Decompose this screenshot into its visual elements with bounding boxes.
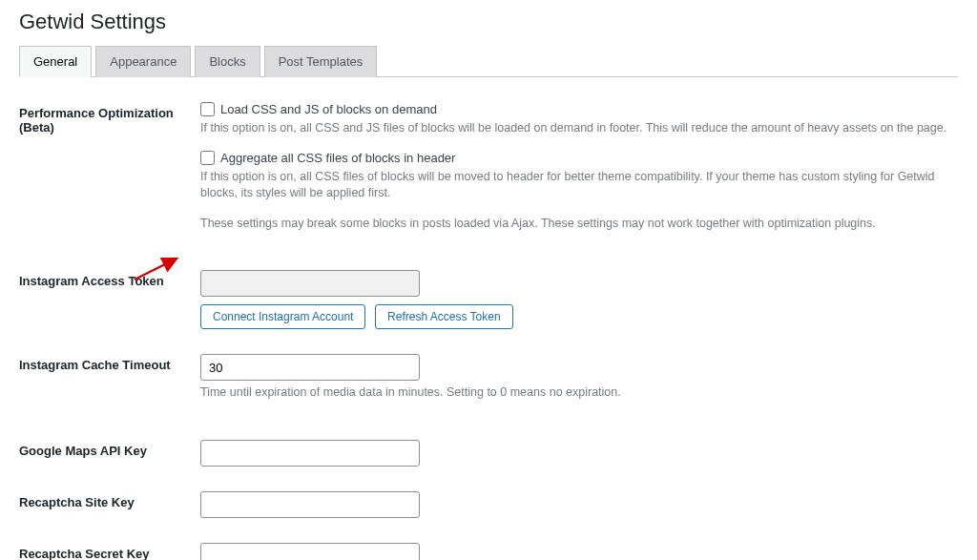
recaptcha-site-input[interactable] xyxy=(200,491,420,518)
perf-optimization-label: Performance Optimization (Beta) xyxy=(19,96,200,264)
instagram-cache-label: Instagram Cache Timeout xyxy=(19,348,200,434)
instagram-token-cell: Connect Instagram Account Refresh Access… xyxy=(200,264,958,348)
load-on-demand-desc: If this option is on, all CSS and JS fil… xyxy=(200,120,948,137)
refresh-token-button[interactable]: Refresh Access Token xyxy=(375,304,513,329)
perf-warning: These settings may break some blocks in … xyxy=(200,216,948,233)
recaptcha-site-label: Recaptcha Site Key xyxy=(19,486,200,537)
instagram-cache-input[interactable] xyxy=(200,354,420,381)
tab-post-templates[interactable]: Post Templates xyxy=(264,46,378,77)
settings-tabs: General Appearance Blocks Post Templates xyxy=(19,46,958,77)
tab-general[interactable]: General xyxy=(19,46,92,77)
tab-blocks[interactable]: Blocks xyxy=(195,46,260,77)
instagram-token-input[interactable] xyxy=(200,270,420,297)
gmaps-key-label: Google Maps API Key xyxy=(19,434,200,486)
instagram-cache-cell: Time until expiration of media data in m… xyxy=(200,348,958,434)
aggregate-css-desc: If this option is on, all CSS files of b… xyxy=(200,169,948,202)
recaptcha-secret-input[interactable] xyxy=(200,543,420,561)
aggregate-css-label: Aggregate all CSS files of blocks in hea… xyxy=(220,151,455,165)
recaptcha-secret-label: Recaptcha Secret Key xyxy=(19,537,200,561)
instagram-token-label: Instagram Access Token xyxy=(19,264,200,348)
aggregate-css-checkbox[interactable] xyxy=(200,151,215,165)
load-on-demand-checkbox[interactable] xyxy=(200,102,215,116)
gmaps-key-input[interactable] xyxy=(200,440,420,467)
page-title: Getwid Settings xyxy=(19,10,958,34)
connect-instagram-button[interactable]: Connect Instagram Account xyxy=(200,304,365,329)
perf-optimization-cell: Load CSS and JS of blocks on demand If t… xyxy=(200,96,958,264)
instagram-cache-desc: Time until expiration of media data in m… xyxy=(200,384,948,402)
tab-appearance[interactable]: Appearance xyxy=(95,46,191,77)
load-on-demand-label: Load CSS and JS of blocks on demand xyxy=(220,102,437,116)
